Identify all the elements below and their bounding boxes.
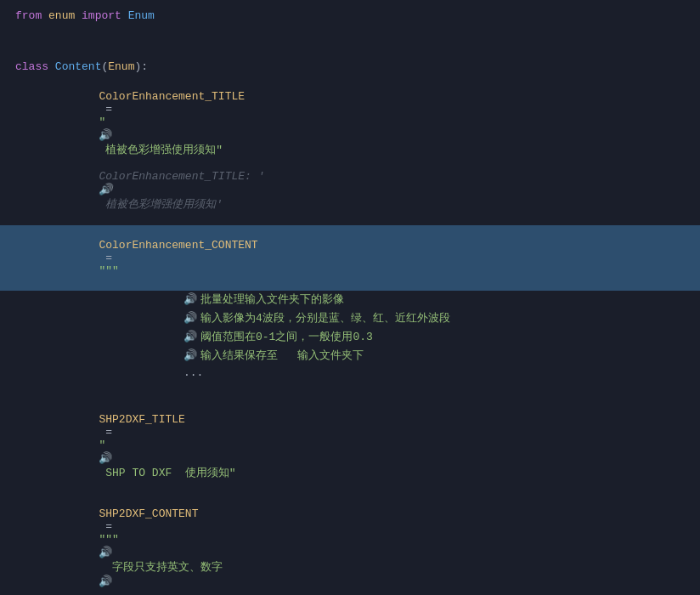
line-color-title: ColorEnhancement_TITLE = " 🔊 植被色彩增强使用须知"…	[0, 76, 700, 225]
keyword-from: from	[15, 9, 42, 22]
keyword-class: class	[15, 60, 48, 73]
base-class: Enum	[108, 60, 134, 73]
line-bullet-1: 🔊 批量处理输入文件夹下的影像	[0, 291, 700, 309]
line-dots-1: ...	[0, 366, 700, 382]
class-enum: Enum	[128, 9, 155, 22]
line-empty-1	[0, 382, 700, 400]
line-bullet-2: 🔊 输入影像为4波段，分别是蓝、绿、红、近红外波段	[0, 309, 700, 328]
line-3	[0, 42, 700, 60]
module-name: enum	[48, 9, 75, 22]
keyword-import: import	[82, 9, 121, 22]
line-shp2dxf-title: SHP2DXF_TITLE = " 🔊 SHP TO DXF 使用须知"	[0, 400, 700, 494]
line-2	[0, 26, 700, 42]
class-name: Content	[55, 60, 102, 73]
line-bullet-3: 🔊 阈值范围在0-1之间，一般使用0.3	[0, 328, 700, 347]
line-shp2dxf-content: SHP2DXF_CONTENT = """ 🔊 字段只支持英文、数字 🔊 、	[0, 494, 700, 595]
line-1: from enum import Enum	[0, 8, 700, 26]
code-editor: from enum import Enum class Content ( En…	[0, 0, 700, 595]
line-bullet-4: 🔊 输入结果保存至 输入文件夹下	[0, 347, 700, 366]
line-color-content: ColorEnhancement_CONTENT = """	[0, 225, 700, 291]
line-class: class Content ( Enum ) :	[0, 60, 700, 76]
